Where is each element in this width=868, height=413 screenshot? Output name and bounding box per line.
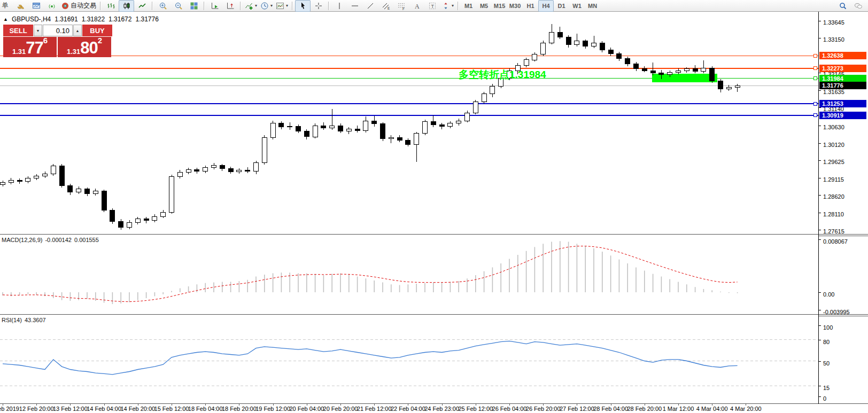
bear-candle [228, 169, 233, 172]
autotrading-label: 自动交易 [71, 1, 96, 10]
zoom-in-icon [159, 2, 167, 10]
zoom-in[interactable] [155, 0, 170, 12]
resistance-line-1-handle[interactable] [813, 54, 817, 57]
tile-windows[interactable] [186, 0, 201, 12]
tf-w1[interactable]: W1 [569, 0, 585, 12]
time-label: 18 Feb 04:00 [188, 406, 223, 412]
bear-candle [650, 71, 655, 73]
annotation-text[interactable]: 多空转折点1.31984 [459, 69, 546, 80]
line-chart-mode[interactable] [134, 0, 150, 12]
sell-price-panel[interactable]: 1.31776 [3, 37, 57, 57]
tf-m15-label: M15 [494, 3, 505, 9]
bull-candle [177, 172, 182, 176]
bear-candle [608, 50, 613, 53]
collapse-triangle-icon[interactable]: ▲ [3, 17, 8, 22]
toolbar-right-group [835, 0, 866, 12]
time-axis[interactable]: 12 Feb 201912 Feb 20:0013 Feb 12:0014 Fe… [0, 404, 868, 413]
search[interactable] [835, 0, 850, 12]
bear-candle [642, 68, 647, 71]
bull-candle [389, 137, 393, 139]
zoom-out[interactable] [170, 0, 186, 12]
volume-increase-button[interactable]: ▲ [73, 25, 82, 36]
bull-candle [254, 163, 259, 172]
bull-candle [363, 121, 368, 131]
tf-m5[interactable]: M5 [476, 0, 492, 12]
candles-icon [122, 2, 131, 10]
signals[interactable] [44, 0, 59, 12]
rsi-axis-tick: 100 [818, 322, 833, 329]
bear-candle [617, 53, 622, 58]
tf-m1[interactable]: M1 [461, 0, 476, 12]
main-chart[interactable]: 多空转折点1.31984 [0, 12, 818, 233]
templates[interactable]: ▾ [274, 0, 290, 12]
bull-candle [34, 176, 39, 178]
bull-candle [726, 87, 731, 89]
text-label-tool[interactable]: T [424, 0, 440, 12]
bear-candle [406, 140, 410, 144]
chat[interactable] [850, 0, 866, 12]
bear-candle [381, 123, 385, 138]
indicators-list[interactable]: ▾ [243, 0, 259, 12]
chevron-down-icon[interactable]: ▾ [452, 3, 454, 8]
rsi-panel[interactable] [0, 316, 818, 403]
tf-h1-label: H1 [527, 3, 534, 9]
crosshair[interactable] [311, 0, 326, 12]
horizontal-line-tool[interactable] [347, 0, 362, 12]
cursor[interactable] [295, 0, 311, 12]
buy-price-panel[interactable]: 1.31802 [58, 37, 111, 57]
volume-input[interactable] [43, 25, 73, 36]
support-line-1-price-tag: 1.31253 [819, 100, 866, 107]
chevron-down-icon[interactable]: ▾ [255, 3, 257, 8]
auto-scroll[interactable] [207, 0, 222, 12]
time-label: 12 Feb 20:00 [19, 406, 54, 412]
time-label: 19 Feb 12:00 [255, 406, 290, 412]
shift-icon [226, 2, 235, 10]
support-line-1-handle[interactable] [813, 102, 817, 105]
sell-button[interactable]: SELL [3, 25, 33, 36]
text-tool[interactable]: A [409, 0, 424, 12]
market-watch[interactable] [28, 0, 44, 12]
periods[interactable]: ▾ [259, 0, 274, 12]
search-icon [839, 2, 847, 10]
resistance-line-1-price-tag: 1.32638 [819, 52, 866, 59]
hline-icon [351, 2, 359, 10]
bear-candle [557, 32, 562, 37]
bear-candle [693, 69, 698, 72]
time-label: 26 Feb 04:00 [492, 406, 527, 412]
bull-candle [76, 189, 81, 192]
candlestick-mode[interactable] [119, 0, 134, 12]
chevron-down-icon[interactable]: ▾ [286, 3, 288, 8]
macd-axis-tick: 0.008067 [818, 236, 848, 243]
sell-price-prefix: 1.31 [12, 48, 26, 56]
tf-h4[interactable]: H4 [538, 0, 554, 12]
tf-h1[interactable]: H1 [523, 0, 538, 12]
trendline-tool[interactable] [362, 0, 378, 12]
tf-w1-label: W1 [572, 3, 582, 9]
autoscroll-icon [211, 2, 219, 10]
pivot-line-green-handle[interactable] [813, 77, 817, 80]
equidistant-channel-tool[interactable]: E [378, 0, 393, 12]
macd-panel[interactable] [0, 236, 818, 314]
tf-mn[interactable]: MN [585, 0, 600, 12]
arrows-tool[interactable]: ▾ [440, 0, 455, 12]
vertical-line-tool[interactable] [331, 0, 347, 12]
volume-dropdown-button[interactable]: ▼ [34, 25, 42, 36]
chevron-down-icon[interactable]: ▾ [270, 3, 273, 8]
tf-d1[interactable]: D1 [554, 0, 569, 12]
support-line-2-handle[interactable] [813, 114, 817, 117]
fibonacci-tool[interactable]: F [393, 0, 409, 12]
new-order[interactable] [13, 0, 28, 12]
ohlc-open: 1.31691 [55, 15, 78, 23]
bear-candle [718, 81, 723, 89]
tf-m15[interactable]: M15 [492, 0, 507, 12]
tf-m30[interactable]: M30 [507, 0, 523, 12]
autotrading[interactable]: 自动交易 [59, 0, 98, 12]
highlight-zone[interactable] [652, 74, 717, 82]
buy-button[interactable]: BUY [82, 25, 112, 36]
new-order-partial[interactable]: 单 [0, 0, 13, 12]
bar-chart-mode[interactable] [103, 0, 119, 12]
chart-shift[interactable] [222, 0, 238, 12]
resistance-line-2-handle[interactable] [813, 67, 817, 70]
tf-mn-label: MN [588, 3, 597, 9]
trend-icon [366, 2, 375, 10]
